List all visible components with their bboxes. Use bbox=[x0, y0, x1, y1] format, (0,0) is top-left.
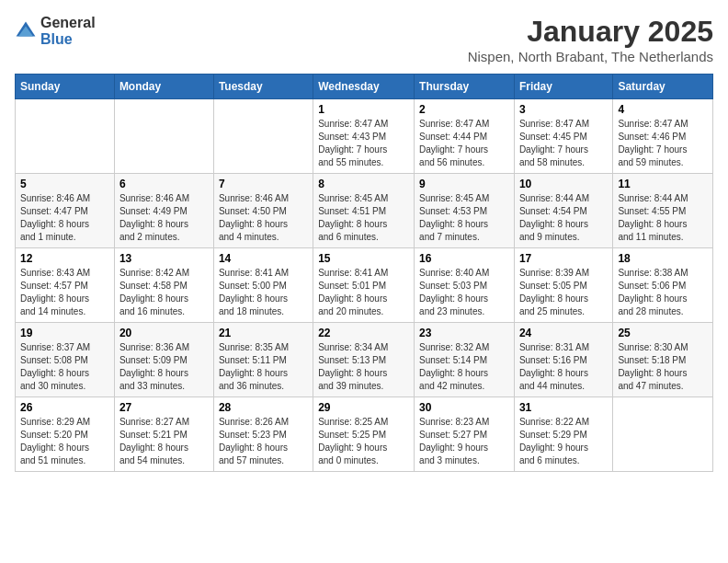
calendar-cell: 4Sunrise: 8:47 AM Sunset: 4:46 PM Daylig… bbox=[613, 99, 713, 174]
day-number: 27 bbox=[119, 401, 209, 414]
calendar-cell: 14Sunrise: 8:41 AM Sunset: 5:00 PM Dayli… bbox=[213, 248, 313, 323]
calendar-week-row: 5Sunrise: 8:46 AM Sunset: 4:47 PM Daylig… bbox=[16, 174, 713, 248]
day-info: Sunrise: 8:25 AM Sunset: 5:25 PM Dayligh… bbox=[318, 416, 409, 467]
main-title: January 2025 bbox=[468, 15, 713, 49]
calendar-week-row: 19Sunrise: 8:37 AM Sunset: 5:08 PM Dayli… bbox=[16, 323, 713, 397]
day-info: Sunrise: 8:27 AM Sunset: 5:21 PM Dayligh… bbox=[119, 416, 209, 467]
calendar-cell: 3Sunrise: 8:47 AM Sunset: 4:45 PM Daylig… bbox=[514, 99, 612, 174]
day-info: Sunrise: 8:32 AM Sunset: 5:14 PM Dayligh… bbox=[419, 341, 509, 393]
day-info: Sunrise: 8:44 AM Sunset: 4:55 PM Dayligh… bbox=[618, 192, 708, 244]
calendar-week-row: 12Sunrise: 8:43 AM Sunset: 4:57 PM Dayli… bbox=[16, 248, 713, 323]
day-info: Sunrise: 8:46 AM Sunset: 4:50 PM Dayligh… bbox=[219, 192, 308, 244]
calendar-cell: 5Sunrise: 8:46 AM Sunset: 4:47 PM Daylig… bbox=[16, 174, 115, 248]
calendar-cell: 2Sunrise: 8:47 AM Sunset: 4:44 PM Daylig… bbox=[415, 99, 515, 174]
calendar-cell: 12Sunrise: 8:43 AM Sunset: 4:57 PM Dayli… bbox=[16, 248, 115, 323]
day-info: Sunrise: 8:40 AM Sunset: 5:03 PM Dayligh… bbox=[419, 267, 509, 318]
calendar-cell: 31Sunrise: 8:22 AM Sunset: 5:29 PM Dayli… bbox=[514, 397, 612, 472]
calendar-cell: 24Sunrise: 8:31 AM Sunset: 5:16 PM Dayli… bbox=[514, 323, 612, 397]
day-info: Sunrise: 8:35 AM Sunset: 5:11 PM Dayligh… bbox=[219, 341, 308, 393]
day-info: Sunrise: 8:46 AM Sunset: 4:47 PM Dayligh… bbox=[20, 192, 109, 244]
calendar-cell: 9Sunrise: 8:45 AM Sunset: 4:53 PM Daylig… bbox=[415, 174, 515, 248]
day-number: 13 bbox=[119, 252, 209, 265]
day-info: Sunrise: 8:47 AM Sunset: 4:45 PM Dayligh… bbox=[519, 118, 608, 169]
day-info: Sunrise: 8:37 AM Sunset: 5:08 PM Dayligh… bbox=[20, 341, 109, 393]
day-info: Sunrise: 8:45 AM Sunset: 4:53 PM Dayligh… bbox=[419, 192, 509, 244]
calendar-cell: 26Sunrise: 8:29 AM Sunset: 5:20 PM Dayli… bbox=[16, 397, 115, 472]
calendar-header-wednesday: Wednesday bbox=[313, 75, 415, 99]
day-number: 12 bbox=[20, 252, 109, 265]
calendar-cell: 25Sunrise: 8:30 AM Sunset: 5:18 PM Dayli… bbox=[613, 323, 713, 397]
calendar-table: SundayMondayTuesdayWednesdayThursdayFrid… bbox=[15, 74, 713, 472]
calendar-cell: 6Sunrise: 8:46 AM Sunset: 4:49 PM Daylig… bbox=[114, 174, 213, 248]
day-info: Sunrise: 8:41 AM Sunset: 5:01 PM Dayligh… bbox=[318, 267, 409, 318]
day-number: 20 bbox=[119, 327, 209, 339]
day-number: 10 bbox=[519, 178, 608, 190]
calendar-cell: 23Sunrise: 8:32 AM Sunset: 5:14 PM Dayli… bbox=[415, 323, 515, 397]
day-number: 14 bbox=[219, 252, 308, 265]
calendar-cell: 18Sunrise: 8:38 AM Sunset: 5:06 PM Dayli… bbox=[613, 248, 713, 323]
calendar-header-tuesday: Tuesday bbox=[213, 75, 313, 99]
day-info: Sunrise: 8:29 AM Sunset: 5:20 PM Dayligh… bbox=[20, 416, 109, 467]
day-number: 22 bbox=[318, 327, 409, 339]
calendar-cell: 15Sunrise: 8:41 AM Sunset: 5:01 PM Dayli… bbox=[313, 248, 415, 323]
calendar-header-friday: Friday bbox=[514, 75, 612, 99]
calendar-header-saturday: Saturday bbox=[613, 75, 713, 99]
calendar-header-monday: Monday bbox=[114, 75, 213, 99]
day-info: Sunrise: 8:30 AM Sunset: 5:18 PM Dayligh… bbox=[618, 341, 708, 393]
calendar-cell: 16Sunrise: 8:40 AM Sunset: 5:03 PM Dayli… bbox=[415, 248, 515, 323]
calendar-cell: 17Sunrise: 8:39 AM Sunset: 5:05 PM Dayli… bbox=[514, 248, 612, 323]
calendar-cell: 29Sunrise: 8:25 AM Sunset: 5:25 PM Dayli… bbox=[313, 397, 415, 472]
day-info: Sunrise: 8:36 AM Sunset: 5:09 PM Dayligh… bbox=[119, 341, 209, 393]
calendar-header-sunday: Sunday bbox=[16, 75, 115, 99]
day-info: Sunrise: 8:34 AM Sunset: 5:13 PM Dayligh… bbox=[318, 341, 409, 393]
day-number: 6 bbox=[119, 178, 209, 190]
day-number: 8 bbox=[318, 178, 409, 190]
day-number: 26 bbox=[20, 401, 109, 414]
day-number: 30 bbox=[419, 401, 509, 414]
calendar-cell: 30Sunrise: 8:23 AM Sunset: 5:27 PM Dayli… bbox=[415, 397, 515, 472]
calendar-cell: 10Sunrise: 8:44 AM Sunset: 4:54 PM Dayli… bbox=[514, 174, 612, 248]
day-info: Sunrise: 8:39 AM Sunset: 5:05 PM Dayligh… bbox=[519, 267, 608, 318]
logo-text-blue: Blue bbox=[40, 31, 96, 48]
day-number: 4 bbox=[618, 103, 708, 116]
day-info: Sunrise: 8:47 AM Sunset: 4:43 PM Dayligh… bbox=[318, 118, 409, 169]
calendar-cell: 13Sunrise: 8:42 AM Sunset: 4:58 PM Dayli… bbox=[114, 248, 213, 323]
calendar-header-thursday: Thursday bbox=[415, 75, 515, 99]
day-info: Sunrise: 8:41 AM Sunset: 5:00 PM Dayligh… bbox=[219, 267, 308, 318]
day-info: Sunrise: 8:44 AM Sunset: 4:54 PM Dayligh… bbox=[519, 192, 608, 244]
day-number: 5 bbox=[20, 178, 109, 190]
day-number: 23 bbox=[419, 327, 509, 339]
day-info: Sunrise: 8:31 AM Sunset: 5:16 PM Dayligh… bbox=[519, 341, 608, 393]
calendar-cell: 1Sunrise: 8:47 AM Sunset: 4:43 PM Daylig… bbox=[313, 99, 415, 174]
calendar-cell: 8Sunrise: 8:45 AM Sunset: 4:51 PM Daylig… bbox=[313, 174, 415, 248]
day-number: 18 bbox=[618, 252, 708, 265]
day-number: 25 bbox=[618, 327, 708, 339]
page-header: General Blue January 2025 Nispen, North … bbox=[15, 15, 713, 64]
day-number: 29 bbox=[318, 401, 409, 414]
day-number: 15 bbox=[318, 252, 409, 265]
calendar-week-row: 26Sunrise: 8:29 AM Sunset: 5:20 PM Dayli… bbox=[16, 397, 713, 472]
day-number: 28 bbox=[219, 401, 308, 414]
logo: General Blue bbox=[15, 15, 96, 47]
day-info: Sunrise: 8:47 AM Sunset: 4:44 PM Dayligh… bbox=[419, 118, 509, 169]
day-number: 24 bbox=[519, 327, 608, 339]
day-number: 2 bbox=[419, 103, 509, 116]
day-info: Sunrise: 8:43 AM Sunset: 4:57 PM Dayligh… bbox=[20, 267, 109, 318]
day-number: 31 bbox=[519, 401, 608, 414]
logo-text-general: General bbox=[40, 15, 96, 31]
calendar-cell: 27Sunrise: 8:27 AM Sunset: 5:21 PM Dayli… bbox=[114, 397, 213, 472]
day-number: 17 bbox=[519, 252, 608, 265]
title-section: January 2025 Nispen, North Brabant, The … bbox=[468, 15, 713, 64]
calendar-cell bbox=[613, 397, 713, 472]
calendar-cell: 21Sunrise: 8:35 AM Sunset: 5:11 PM Dayli… bbox=[213, 323, 313, 397]
day-number: 9 bbox=[419, 178, 509, 190]
calendar-cell: 22Sunrise: 8:34 AM Sunset: 5:13 PM Dayli… bbox=[313, 323, 415, 397]
day-number: 1 bbox=[318, 103, 409, 116]
day-number: 21 bbox=[219, 327, 308, 339]
day-number: 3 bbox=[519, 103, 608, 116]
logo-icon bbox=[15, 20, 37, 42]
day-number: 11 bbox=[618, 178, 708, 190]
day-info: Sunrise: 8:45 AM Sunset: 4:51 PM Dayligh… bbox=[318, 192, 409, 244]
day-number: 16 bbox=[419, 252, 509, 265]
calendar-header-row: SundayMondayTuesdayWednesdayThursdayFrid… bbox=[16, 75, 713, 99]
